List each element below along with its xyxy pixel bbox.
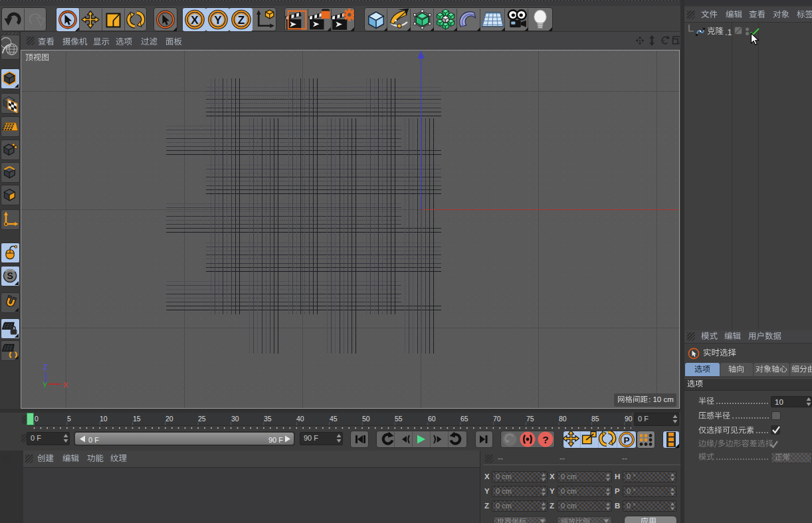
svg-text:X: X bbox=[191, 14, 199, 27]
svg-text:?: ? bbox=[542, 434, 548, 445]
svg-text:P: P bbox=[623, 435, 629, 445]
svg-text:Y: Y bbox=[214, 14, 222, 27]
svg-text:S: S bbox=[7, 270, 13, 281]
svg-text:Z: Z bbox=[238, 14, 245, 27]
